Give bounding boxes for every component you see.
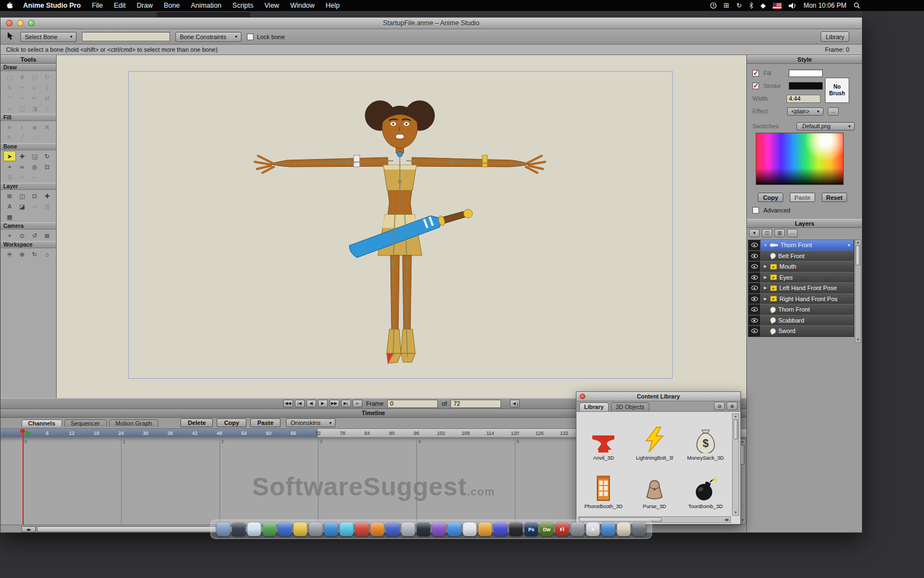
menu-edit[interactable]: Edit [108,2,131,9]
scatter-brush-tool[interactable]: ∴ [29,132,41,143]
dock-icon-3[interactable] [248,522,261,536]
noise-tool[interactable]: ≈ [16,92,29,103]
scroll-down-icon[interactable]: ▼ [856,337,860,342]
dock-icon-11[interactable] [371,522,384,536]
select-shape-tool[interactable]: ➤ [3,122,16,132]
library-item-anvil-3d[interactable]: Anvil_3D [578,413,629,462]
disclosure-triangle-icon[interactable]: ▶ [763,275,768,280]
offset-bone-tool[interactable]: ⇅ [3,172,16,182]
layer-row-eyes[interactable]: ▶▸Eyes [748,272,854,283]
reset-workspace-tool[interactable]: ⌂ [41,249,53,259]
add-bone-tool[interactable]: + [3,161,16,172]
visibility-toggle[interactable] [749,326,761,336]
tool-mode-dropdown[interactable]: Select Bone ▼ [20,32,76,42]
zoom-workspace-tool[interactable]: ⊕ [16,249,29,259]
bind-layer-tool[interactable]: ⊡ [41,161,53,172]
dock-icon-2[interactable] [232,522,246,536]
visibility-toggle[interactable] [749,272,761,283]
dock-icon-14[interactable] [417,522,431,536]
disclosure-triangle-icon[interactable]: ▼ [763,243,768,247]
scroll-thumb[interactable] [740,445,745,465]
add-layer-tool[interactable]: ✚ [41,190,53,201]
dock-icon-20[interactable] [509,522,523,536]
dock-icon-22[interactable]: Dw [540,522,554,536]
app-menu-title[interactable]: Anime Studio Pro [18,2,86,9]
curvature-tool[interactable]: ∪ [29,82,41,92]
paste-style-button[interactable]: Paste [790,193,815,202]
select-bone-tool[interactable]: ➤ [3,151,16,161]
dock-icon-8[interactable] [324,522,338,536]
menu-window[interactable]: Window [285,2,320,9]
rotate-bone-tool[interactable]: ↻ [41,151,53,161]
tab-motion-graph[interactable]: Motion Graph [109,419,159,427]
menu-scripts[interactable]: Scripts [227,2,259,9]
copy-button[interactable]: Copy [217,418,246,427]
visibility-toggle[interactable] [749,315,761,326]
scale-bone-tool[interactable]: ◲ [29,151,41,161]
translate-bone-tool[interactable]: ✚ [16,151,29,161]
pan-tilt-camera-tool[interactable]: ⊠ [41,230,53,241]
library-item-phonebooth-3d[interactable]: PhoneBooth_3D [578,462,629,510]
new-layer-button[interactable]: ▾ [749,229,760,237]
library-tab-3d-objects[interactable]: 3D Objects [611,402,650,411]
disclosure-triangle-icon[interactable]: ▶ [763,297,768,301]
dock-icon-13[interactable] [402,522,415,536]
swatches-dropdown[interactable]: .Default.png ▼ [796,122,855,130]
scroll-arrows[interactable]: ◀▶ [21,526,36,532]
flip-points-tool[interactable]: ⇄ [41,92,53,103]
dock-icon-6[interactable] [294,522,307,536]
delete-edge-tool[interactable]: ✂ [29,92,41,103]
loop-button[interactable]: ∞ [353,400,362,407]
layer-options-button[interactable]: … [787,229,798,237]
bluetooth-icon[interactable] [749,2,754,9]
menu-help[interactable]: Help [320,2,345,9]
color-picker-swatch[interactable] [756,133,844,185]
perspective-layer-tool[interactable]: ▱ [29,201,41,211]
visibility-toggle[interactable] [749,240,761,250]
jump-to-start-button[interactable]: ◀◀ [283,400,293,407]
layer-row-belt-front[interactable]: Belt Front [748,250,854,262]
layer-row-right-hand-front-pos[interactable]: ▶▸Right Hand Front Pos [748,293,854,305]
library-vertical-scrollbar[interactable]: ▲ ▼ [732,413,739,516]
content-library-titlebar[interactable]: Content Library [576,392,740,401]
menu-bone[interactable]: Bone [158,2,185,9]
dock-icon-23[interactable]: Fl [556,522,569,536]
menu-view[interactable]: View [259,2,285,9]
reset-style-button[interactable]: Reset [822,193,847,202]
shear-layer-tool[interactable]: ◪ [16,201,29,211]
visibility-toggle[interactable] [749,294,761,304]
dock-icon-15[interactable] [432,522,446,536]
reparent-bone-tool[interactable]: ∞ [16,161,29,172]
zoom-in-button[interactable]: ⊕ [727,402,738,410]
layer-row-scabbard[interactable]: Scabbard [748,315,854,326]
rotate-workspace-tool[interactable]: ↻ [29,249,41,259]
advanced-checkbox[interactable] [752,207,759,214]
menu-draw[interactable]: Draw [131,2,158,9]
scroll-down-icon[interactable]: ▼ [734,510,738,515]
scroll-down-icon[interactable]: ▼ [741,518,744,523]
insert-text-tool[interactable]: ⊞ [3,190,16,201]
dock-icon-10[interactable] [355,522,369,536]
lock-bone-checkbox[interactable] [247,34,254,40]
character-artwork[interactable] [249,99,590,374]
dock-icon-5[interactable] [278,522,292,536]
visibility-toggle[interactable] [749,304,761,315]
freehand-tool[interactable]: ✏ [16,82,29,92]
dock-icon-1[interactable] [217,522,230,536]
layer-row-sword[interactable]: Sword [748,325,854,337]
scroll-thumb[interactable] [734,419,738,439]
shear-points-tool[interactable]: ◫ [16,103,29,113]
dock-icon-25[interactable]: A [586,522,600,536]
translate-points-tool[interactable]: ✚ [16,72,29,82]
scroll-up-icon[interactable]: ▲ [734,414,738,419]
dock-icon-21[interactable]: Ps [525,522,538,536]
apple-menu-icon[interactable] [0,2,18,9]
layers-scrollbar[interactable]: ▲ ▼ [855,239,861,343]
dock-icon-26[interactable] [602,522,615,536]
library-button[interactable]: Library [821,31,849,42]
dock-icon-19[interactable] [494,522,508,536]
text-tool[interactable]: T [41,82,53,92]
hide-edge-tool[interactable]: ╱ [16,132,29,143]
dock-icon-16[interactable] [448,522,461,536]
airport-icon[interactable]: ◆ [761,2,766,9]
